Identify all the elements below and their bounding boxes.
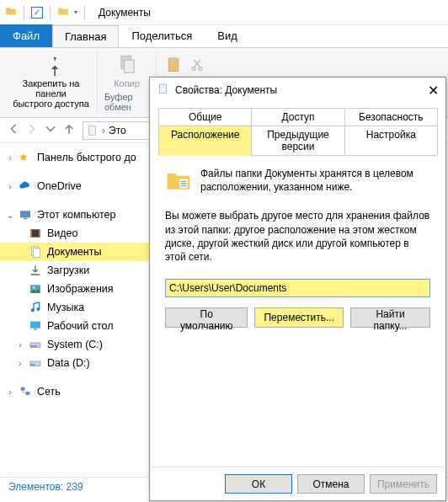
window-titlebar: ✓ ▾ Документы bbox=[0, 0, 448, 25]
ok-button[interactable]: ОК bbox=[225, 474, 292, 494]
folder-icon bbox=[57, 5, 69, 19]
svg-point-5 bbox=[199, 67, 202, 71]
tab-file[interactable]: Файл bbox=[0, 24, 52, 47]
copy-icon bbox=[115, 53, 139, 77]
chevron-right-icon[interactable]: › bbox=[5, 387, 15, 397]
location-description-2: Вы можете выбрать другое место для хране… bbox=[165, 209, 430, 264]
tab-view[interactable]: Вид bbox=[205, 24, 250, 47]
find-folder-button[interactable]: Найти папку... bbox=[350, 307, 430, 328]
properties-dialog: Свойства: Документы ✕ Общие Доступ Безоп… bbox=[149, 77, 446, 501]
tree-downloads[interactable]: Загрузки bbox=[0, 261, 151, 280]
svg-rect-26 bbox=[26, 392, 30, 395]
dialog-tabs: Общие Доступ Безопасность Расположение П… bbox=[150, 103, 445, 155]
tree-this-pc[interactable]: ⌄ Этот компьютер bbox=[0, 206, 151, 224]
network-icon bbox=[19, 385, 32, 398]
location-description-1: Файлы папки Документы хранятся в целевом… bbox=[200, 167, 430, 194]
status-items-count: 239 bbox=[67, 481, 83, 493]
dialog-footer: ОК Отмена Применить bbox=[150, 467, 445, 500]
tree-pictures[interactable]: Изображения bbox=[0, 280, 151, 298]
svg-rect-13 bbox=[33, 248, 40, 258]
chevron-right-icon[interactable]: › bbox=[5, 182, 15, 191]
svg-rect-6 bbox=[88, 125, 95, 135]
move-button[interactable]: Переместить... bbox=[254, 307, 344, 328]
documents-icon bbox=[29, 245, 42, 259]
svg-rect-25 bbox=[21, 387, 25, 391]
svg-point-4 bbox=[192, 67, 195, 71]
svg-rect-27 bbox=[159, 84, 166, 93]
apply-button[interactable]: Применить bbox=[370, 474, 437, 494]
tree-onedrive[interactable]: › OneDrive bbox=[0, 177, 151, 195]
tab-location[interactable]: Расположение bbox=[158, 125, 252, 156]
quick-access-toolbar: ✓ ▾ bbox=[0, 5, 93, 20]
qat-menu-dropdown[interactable]: ▾ bbox=[74, 8, 77, 16]
tab-share[interactable]: Поделиться bbox=[119, 24, 205, 47]
tab-customize[interactable]: Настройка bbox=[344, 125, 438, 155]
tab-home[interactable]: Главная bbox=[52, 25, 119, 47]
tree-videos[interactable]: Видео bbox=[0, 224, 151, 243]
video-icon bbox=[29, 227, 42, 240]
documents-icon bbox=[157, 83, 170, 99]
chevron-right-icon[interactable]: › bbox=[5, 153, 15, 163]
nav-up-button[interactable] bbox=[61, 120, 77, 140]
svg-point-17 bbox=[31, 308, 35, 312]
svg-rect-11 bbox=[39, 229, 40, 237]
svg-rect-14 bbox=[31, 274, 40, 275]
star-icon: ★ bbox=[19, 151, 32, 164]
svg-rect-8 bbox=[24, 218, 27, 219]
chevron-down-icon[interactable]: ⌄ bbox=[5, 211, 15, 220]
copy-button[interactable]: Копир bbox=[114, 53, 140, 88]
tab-general[interactable]: Общие bbox=[158, 108, 252, 125]
breadcrumb-item[interactable]: Это bbox=[109, 125, 126, 136]
navigation-tree: › ★ Панель быстрого до › OneDrive ⌄ Этот… bbox=[0, 143, 152, 477]
svg-rect-2 bbox=[168, 59, 179, 72]
folder-location-icon bbox=[165, 167, 192, 194]
svg-point-18 bbox=[36, 307, 40, 311]
ribbon-tabs: Файл Главная Поделиться Вид bbox=[0, 25, 448, 47]
nav-history-dropdown[interactable] bbox=[42, 120, 59, 140]
nav-back-button[interactable] bbox=[5, 120, 22, 140]
pin-to-quick-access-button[interactable]: Закрепить на панели быстрого доступа bbox=[12, 53, 90, 109]
nav-forward-button[interactable] bbox=[24, 120, 40, 140]
clipboard-icon bbox=[165, 56, 182, 76]
checkbox-qat-icon[interactable]: ✓ bbox=[31, 7, 43, 19]
tree-network[interactable]: › Сеть bbox=[0, 382, 151, 401]
svg-point-16 bbox=[33, 286, 35, 289]
ribbon-group-clipboard: Буфер обмен bbox=[104, 92, 149, 112]
music-icon bbox=[29, 301, 42, 314]
status-items-label: Элементов: bbox=[8, 481, 63, 493]
cancel-button[interactable]: Отмена bbox=[297, 474, 365, 494]
dialog-titlebar: Свойства: Документы ✕ bbox=[150, 77, 445, 103]
pin-icon bbox=[40, 53, 63, 77]
window-title: Документы bbox=[93, 7, 151, 19]
tab-previous-versions[interactable]: Предыдущие версии bbox=[251, 125, 344, 155]
restore-default-button[interactable]: По умолчанию bbox=[165, 307, 248, 328]
tree-system-c[interactable]: › System (C:) bbox=[0, 335, 151, 354]
pictures-icon bbox=[29, 282, 42, 296]
tree-data-d[interactable]: › Data (D:) bbox=[0, 354, 151, 372]
tab-security[interactable]: Безопасность bbox=[344, 108, 438, 125]
desktop-icon bbox=[29, 319, 42, 333]
svg-rect-7 bbox=[20, 211, 30, 217]
cut-icon[interactable] bbox=[190, 58, 204, 74]
tree-desktop[interactable]: Рабочий стол bbox=[0, 317, 151, 335]
drive-icon bbox=[29, 338, 42, 351]
cloud-icon bbox=[19, 179, 32, 193]
svg-rect-1 bbox=[124, 60, 134, 72]
drive-icon bbox=[29, 356, 42, 370]
computer-icon bbox=[19, 208, 32, 222]
download-icon bbox=[29, 264, 42, 277]
tree-documents[interactable]: Документы bbox=[0, 243, 151, 261]
location-path-input[interactable] bbox=[165, 279, 430, 297]
chevron-right-icon[interactable]: › bbox=[15, 359, 25, 368]
dialog-title: Свойства: Документы bbox=[175, 84, 277, 96]
chevron-right-icon[interactable]: › bbox=[15, 340, 25, 350]
tree-music[interactable]: Музыка bbox=[0, 298, 151, 317]
svg-rect-10 bbox=[30, 229, 32, 237]
svg-rect-24 bbox=[30, 364, 35, 365]
documents-icon bbox=[87, 125, 99, 136]
tab-access[interactable]: Доступ bbox=[251, 108, 344, 125]
close-button[interactable]: ✕ bbox=[428, 83, 439, 99]
tree-quick-access[interactable]: › ★ Панель быстрого до bbox=[0, 148, 151, 167]
svg-rect-19 bbox=[30, 322, 40, 328]
svg-rect-3 bbox=[171, 57, 177, 60]
